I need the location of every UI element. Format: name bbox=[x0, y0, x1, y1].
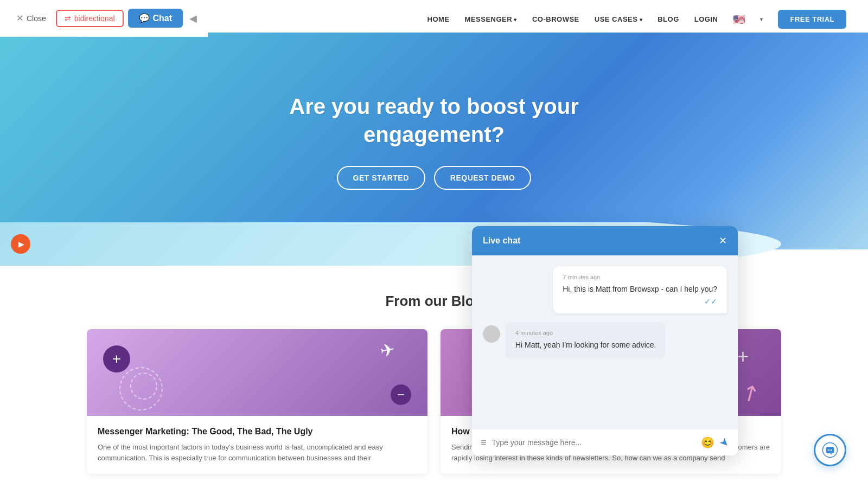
nav-use-cases[interactable]: USE CASES bbox=[595, 15, 642, 23]
chat-message-agent: 7 minutes ago Hi, this is Matt from Brow… bbox=[553, 266, 727, 313]
dashed-circle-2 bbox=[130, 373, 157, 400]
user-avatar bbox=[483, 325, 500, 343]
chat-input-area: ≡ 😊 ➤ bbox=[472, 429, 738, 455]
svg-point-1 bbox=[828, 450, 829, 451]
blog-card-1[interactable]: + − ✈ Messenger Marketing: The Good, The… bbox=[87, 329, 427, 474]
play-button[interactable] bbox=[11, 234, 30, 254]
nav-home[interactable]: HOME bbox=[427, 15, 450, 23]
main-nav: HOME MESSENGER CO-BROWSE USE CASES BLOG … bbox=[406, 0, 868, 38]
user-msg-text: Hi Matt, yeah I'm looking for some advic… bbox=[515, 339, 656, 351]
blog-card-1-title: Messenger Marketing: The Good, The Bad, … bbox=[98, 427, 417, 436]
minus-circle-icon: − bbox=[391, 384, 411, 405]
agent-msg-read-ticks: ✓✓ bbox=[563, 297, 717, 306]
nav-cobrowse[interactable]: CO-BROWSE bbox=[532, 15, 579, 23]
arrow-up-icon: ↗ bbox=[736, 377, 764, 408]
floating-chat-button[interactable] bbox=[814, 434, 846, 466]
chat-header: Live chat ✕ bbox=[472, 226, 738, 255]
nav-login[interactable]: LOGIN bbox=[694, 15, 718, 23]
hero-buttons: GET STARTED REQUEST DEMO bbox=[337, 166, 532, 190]
user-message-wrapper: 4 minutes ago Hi Matt, yeah I'm looking … bbox=[483, 322, 727, 358]
chat-header-title: Live chat bbox=[483, 236, 520, 246]
chat-widget: Live chat ✕ 7 minutes ago Hi, this is Ma… bbox=[472, 226, 738, 455]
chat-button[interactable]: 💬 Chat bbox=[128, 9, 183, 28]
chat-message-user: 4 minutes ago Hi Matt, yeah I'm looking … bbox=[506, 322, 666, 358]
svg-point-3 bbox=[831, 450, 832, 451]
nav-messenger[interactable]: MESSENGER bbox=[465, 15, 517, 23]
close-icon: ✕ bbox=[16, 13, 23, 23]
get-started-button[interactable]: GET STARTED bbox=[337, 166, 425, 190]
blog-section: From our Blog + − ✈ Messenger Marketing:… bbox=[0, 249, 868, 488]
blog-card-1-text: One of the most important factors in tod… bbox=[98, 442, 417, 463]
user-msg-time: 4 minutes ago bbox=[515, 330, 656, 336]
bidirectional-label: bidirectional bbox=[74, 14, 115, 23]
request-demo-button[interactable]: REQUEST DEMO bbox=[434, 166, 532, 190]
collapse-arrow-icon[interactable]: ◀ bbox=[189, 12, 197, 24]
plus-icon: + bbox=[737, 345, 749, 368]
send-icon[interactable]: ➤ bbox=[717, 435, 732, 451]
hero-section: Are you ready to boost your engagement? … bbox=[0, 33, 868, 249]
toolbar: ✕ Close ⇄ bidirectional 💬 Chat ◀ bbox=[0, 0, 208, 37]
chat-menu-icon[interactable]: ≡ bbox=[481, 437, 487, 448]
plus-circle-icon: + bbox=[103, 345, 130, 373]
close-label: Close bbox=[27, 14, 46, 23]
blog-card-1-image: + − ✈ bbox=[87, 329, 427, 416]
agent-msg-text: Hi, this is Matt from Browsxp - can I he… bbox=[563, 284, 717, 295]
bidirectional-button[interactable]: ⇄ bidirectional bbox=[56, 10, 124, 27]
free-trial-button[interactable]: FREE TRIAL bbox=[778, 10, 846, 29]
agent-msg-time: 7 minutes ago bbox=[563, 274, 717, 280]
close-button[interactable]: ✕ Close bbox=[11, 10, 52, 27]
bidirectional-icon: ⇄ bbox=[65, 14, 71, 23]
nav-blog[interactable]: BLOG bbox=[658, 15, 679, 23]
paper-plane-icon: ✈ bbox=[379, 339, 397, 362]
chat-messages: 7 minutes ago Hi, this is Matt from Brow… bbox=[472, 255, 738, 429]
blog-card-1-body: Messenger Marketing: The Good, The Bad, … bbox=[87, 416, 427, 474]
chat-close-icon[interactable]: ✕ bbox=[719, 235, 727, 247]
chat-label: Chat bbox=[153, 14, 173, 23]
svg-point-2 bbox=[829, 450, 831, 451]
chat-message-input[interactable] bbox=[492, 438, 695, 447]
language-dropdown-icon[interactable]: ▾ bbox=[760, 16, 763, 22]
chat-bubble-icon: 💬 bbox=[139, 13, 150, 23]
hero-title: Are you ready to boost your engagement? bbox=[289, 92, 578, 149]
chat-bubble-float-icon bbox=[822, 442, 838, 458]
emoji-icon[interactable]: 😊 bbox=[701, 436, 714, 449]
card1-decoration: + − ✈ bbox=[87, 329, 427, 416]
language-flag[interactable]: 🇺🇸 bbox=[733, 14, 745, 25]
